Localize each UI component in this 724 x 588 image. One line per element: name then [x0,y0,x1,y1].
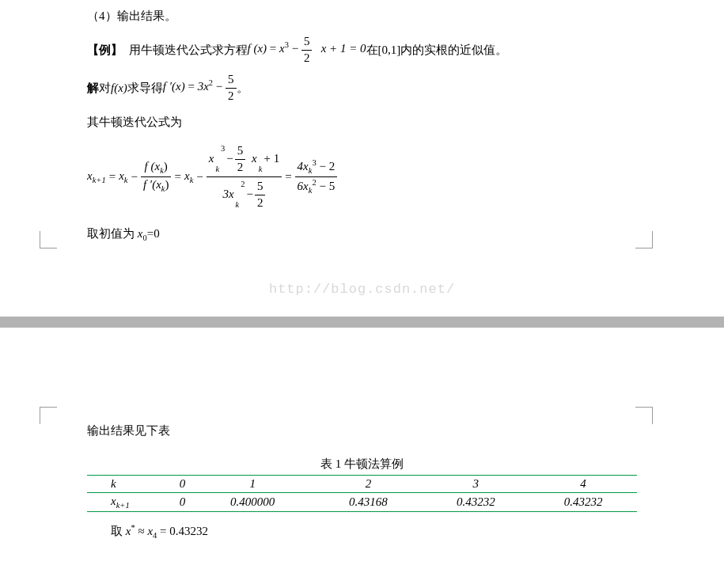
frac-5-2-a: 5 2 [301,34,313,66]
eq2-3x: 3x [198,80,209,93]
frac-expanded: xk3 − 5 2 xk + 1 3xk2 − 5 2 [207,143,282,211]
minus-2: − [196,170,203,184]
eq-sign-3: = [285,170,291,184]
step-4-text: （4）输出结果。 [87,9,176,22]
newton-intro: 其牛顿迭代公式为 [87,110,637,134]
initial-value-line: 取初值为 x0=0 [87,222,637,246]
td: 2 [315,476,423,493]
frac-den-2: 2 [226,89,237,104]
final-take: 取 [111,525,126,537]
xk1: xk+1 [87,169,106,184]
page-corner-icon [40,231,57,248]
frac-f-over-fprime: f (xk) f ′(xk) [141,159,172,194]
td: 0 [174,476,191,493]
output-intro: 输出结果见下表 [87,419,637,442]
inner-frac-num: 5 2 [235,143,246,175]
final-approx: ≈ [138,525,147,537]
solve-fx: f(x) [111,76,127,100]
step-4-line: （4）输出结果。 [87,4,637,28]
minus-1: − [131,170,137,184]
eq-sign-1: = [109,170,116,184]
page-corner-icon [635,231,653,248]
solve-label: 解 [87,76,99,100]
example-text-b: 在[0,1]内的实根的近似值。 [366,38,508,62]
xk-1: xk [119,169,127,184]
frac-num-2: 5 [226,72,237,89]
td: 4 [529,476,637,493]
th-xk1: xk+1 [87,493,174,512]
td: 0 [174,493,191,512]
eq-sup3: 3 [285,40,289,49]
td: 3 [422,476,529,493]
watermark: http://blog.csdn.net/ [0,282,724,297]
document-page-1: （4）输出结果。 【例】 用牛顿迭代公式求方程 f (x) = x3 − 5 2… [0,0,724,317]
page-corner-icon [40,407,57,424]
xk-2: xk [184,169,193,184]
solve-line: 解 对 f(x) 求导得 f ′(x) = 3x2 − 5 2 。 [87,72,637,104]
td: 0.43232 [529,493,637,512]
solve-text-b: 求导得 [127,76,163,100]
example-label: 【例】 [87,38,123,62]
final-star: * [131,523,135,532]
table-row: xk+1 0 0.400000 0.43168 0.43232 0.43232 [87,493,637,512]
inner-frac-den: 5 2 [255,179,266,211]
th-k: k [87,476,174,493]
td: 0.43168 [315,493,423,512]
frac-den: 2 [301,51,313,66]
final-value: = 0.43232 [160,525,208,537]
eq-x: x [279,42,285,55]
period: 。 [237,76,248,100]
page-corner-icon [635,407,653,424]
td: 1 [191,476,315,493]
table-row: k 0 1 2 3 4 [87,476,637,493]
page-gap [0,317,724,328]
eq-rest: x + 1 = 0 [321,42,366,55]
td: 0.43232 [422,493,529,512]
equation-fprime: f ′(x) = 3x2 − 5 2 [163,72,237,104]
example-text-a: 用牛顿迭代公式求方程 [129,38,248,62]
frac-num: 5 [301,34,313,51]
equation-fx: f (x) = x3 − 5 2 x + 1 = 0 [248,34,366,66]
eq-sign-2: = [174,170,180,184]
td: 0.400000 [191,493,315,512]
table-caption: 表 1 牛顿法算例 [87,457,637,472]
frac-simplified: 4xk3 − 2 6xk2 − 5 [295,157,338,195]
example-line: 【例】 用牛顿迭代公式求方程 f (x) = x3 − 5 2 x + 1 = … [87,34,637,66]
document-page-2: 输出结果见下表 表 1 牛顿法算例 k 0 1 2 3 4 xk+1 0 0.4… [0,328,724,588]
eq2-lhs: f ′(x) [163,80,185,93]
eq2-sup2: 2 [209,78,213,87]
solve-text-a: 对 [99,76,111,100]
eq-lhs: f (x) [248,42,267,55]
init-var: x0=0 [138,227,160,240]
final-sub4: 4 [153,531,157,540]
frac-5-2-b: 5 2 [226,72,237,104]
final-result: 取 x* ≈ x4 = 0.43232 [111,523,637,540]
newton-iteration-formula: xk+1 = xk − f (xk) f ′(xk) = xk − xk3 − [87,143,637,211]
newton-table: k 0 1 2 3 4 xk+1 0 0.400000 0.43168 0.43… [87,475,637,512]
init-text: 取初值为 [87,227,138,240]
